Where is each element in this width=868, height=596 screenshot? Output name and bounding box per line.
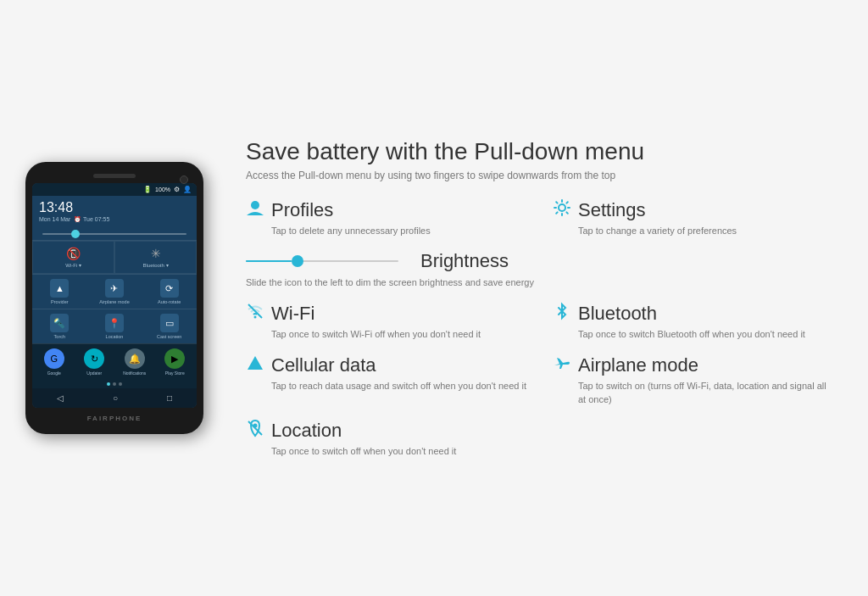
app-tiles-row1: ▲ Provider ✈ Airplane mode ⟳ Auto-rotate [32,274,197,309]
time-block: 13:48 Mon 14 Mar ⏰ Tue 07:55 [39,201,109,223]
brightness-knob [71,230,80,238]
wifi-off-icon: 📵 [66,247,81,260]
feature-cellular-header: Cellular data [246,354,527,377]
airplane-tile[interactable]: ✈ Airplane mode [87,275,142,309]
cellular-icon [246,354,264,377]
torch-tile[interactable]: 🔦 Torch [32,309,87,343]
notifications-icon: 🔔 [125,348,145,369]
phone-camera [180,175,188,184]
profile-status-icon: 👤 [183,186,192,193]
playstore-app[interactable]: ▶ Play Store [155,348,196,376]
phone-screen: 🔋 100% ⚙ 👤 13:48 Mon 14 Mar ⏰ Tue 07:55 [32,183,197,408]
brightness-slider-demo: Brightness [246,250,834,272]
main-container: 🔋 100% ⚙ 👤 13:48 Mon 14 Mar ⏰ Tue 07:55 [0,0,868,596]
airplane-mode-icon [553,354,571,377]
profiles-desc: Tap to delete any unnecessary profiles [246,225,527,238]
google-app[interactable]: G Google [34,348,75,376]
svg-point-2 [254,315,257,318]
clock-time: 13:48 [39,201,109,214]
home-button[interactable]: ○ [113,393,118,403]
cast-tile[interactable]: ▭ Cast screen [142,309,197,343]
info-panel: Save battery with the Pull-down menu Acc… [246,129,843,466]
google-icon: G [44,348,64,369]
airplane-label: Airplane mode [578,354,698,376]
profiles-label: Profiles [271,199,333,221]
page-dots [32,380,197,388]
phone-speaker [93,174,136,178]
location-feat-icon [246,419,264,443]
updater-app[interactable]: ↻ Updater [75,348,115,376]
page-title: Save battery with the Pull-down menu [246,137,834,166]
airplane-desc: Tap to switch on (turns off Wi-Fi, data,… [553,380,834,407]
location-icon: 📍 [105,314,124,332]
wifi-label: Wi-Fi [271,303,314,325]
dot-2 [113,382,116,386]
app-tiles-row2: 🔦 Torch 📍 Location ▭ Cast screen [32,309,197,343]
feature-wifi-header: Wi-Fi [246,302,527,326]
settings-status-icon: ⚙ [174,186,180,193]
brightness-desc: Slide the icon to the left to dim the sc… [246,276,834,290]
bluetooth-off-icon: ✳ [151,247,161,260]
screen-brightness-row [32,228,197,240]
bluetooth-icon [553,302,571,326]
battery-icon: 🔋 [143,186,152,193]
settings-desc: Tap to change a variety of preferences [553,225,834,238]
dot-3 [119,382,122,386]
feature-profiles: Profiles Tap to delete any unnecessary p… [246,198,527,238]
status-bar: 🔋 100% ⚙ 👤 [32,183,197,196]
svg-point-1 [559,204,565,211]
navigation-bar: ◁ ○ □ [32,388,197,408]
feature-cellular: Cellular data Tap to reach data usage an… [246,354,527,407]
wifi-icon [246,302,264,326]
feature-airplane-header: Airplane mode [553,354,834,377]
feature-location: Location Tap once to switch off when you… [246,419,527,459]
feature-bluetooth: Bluetooth Tap once to switch Bluetooth o… [553,302,834,342]
settings-label: Settings [578,199,646,221]
location-tile[interactable]: 📍 Location [87,309,142,343]
cellular-label: Cellular data [271,354,376,376]
phone-brand-label: FAIRPHONE [32,408,197,422]
phone-body: 🔋 100% ⚙ 👤 13:48 Mon 14 Mar ⏰ Tue 07:55 [25,162,203,434]
updater-icon: ↻ [84,348,104,369]
provider-tile[interactable]: ▲ Provider [32,275,87,309]
notifications-app[interactable]: 🔔 Notifications [114,348,155,376]
wifi-desc: Tap once to switch Wi-Fi off when you do… [246,328,527,342]
autorotate-tile[interactable]: ⟳ Auto-rotate [142,275,197,309]
playstore-icon: ▶ [164,348,185,369]
feature-bluetooth-header: Bluetooth [553,302,834,326]
feature-settings: Settings Tap to change a variety of pref… [553,198,834,238]
location-label: Location [271,420,342,442]
brightness-demo-slider [246,260,398,262]
location-desc: Tap once to switch off when you don't ne… [246,445,527,459]
brightness-label: Brightness [420,250,509,272]
screen-header: 13:48 Mon 14 Mar ⏰ Tue 07:55 [32,196,197,228]
torch-icon: 🔦 [50,314,69,332]
feature-brightness: Brightness Slide the icon to the left to… [246,250,834,290]
autorotate-icon: ⟳ [160,279,179,298]
provider-icon: ▲ [50,279,69,298]
feature-settings-header: Settings [553,198,834,222]
cellular-desc: Tap to reach data usage and switch off w… [246,380,527,393]
cast-icon: ▭ [160,314,179,332]
bluetooth-desc: Tap once to switch Bluetooth off when yo… [553,328,834,342]
profiles-icon [246,198,264,222]
wifi-tile[interactable]: 📵 Wi-Fi ▾ [32,241,114,274]
svg-point-0 [251,201,259,209]
feature-airplane: Airplane mode Tap to switch on (turns of… [553,354,834,407]
feature-profiles-header: Profiles [246,198,527,222]
bluetooth-tile[interactable]: ✳ Bluetooth ▾ [114,241,197,274]
svg-marker-4 [248,356,263,370]
feature-location-header: Location [246,419,527,443]
bluetooth-label: Bluetooth [578,303,657,325]
back-button[interactable]: ◁ [57,393,64,403]
feature-wifi: Wi-Fi Tap once to switch Wi-Fi off when … [246,302,527,342]
settings-icon [553,198,571,222]
recents-button[interactable]: □ [167,393,172,403]
bottom-apps: G Google ↻ Updater 🔔 Notifications ▶ Pla… [32,343,197,380]
page-subtitle: Access the Pull-down menu by using two f… [246,170,834,181]
airplane-icon: ✈ [105,279,124,298]
phone-mockup: 🔋 100% ⚙ 👤 13:48 Mon 14 Mar ⏰ Tue 07:55 [25,162,220,434]
battery-level: 100% [155,187,170,192]
brightness-slider [42,233,186,235]
features-grid: Profiles Tap to delete any unnecessary p… [246,198,834,459]
